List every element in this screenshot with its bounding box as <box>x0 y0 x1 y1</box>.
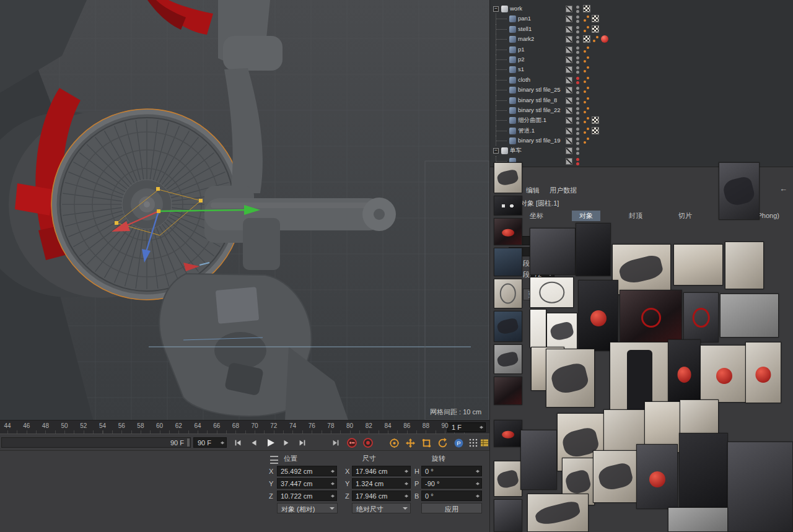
reference-image[interactable] <box>683 292 719 342</box>
photo-accent <box>549 321 574 342</box>
reference-image[interactable] <box>673 244 723 286</box>
reference-image[interactable] <box>546 349 595 408</box>
photo-accent <box>499 201 518 211</box>
photo-accent <box>597 461 634 492</box>
photo-accent <box>496 169 519 187</box>
reference-image[interactable] <box>494 279 522 308</box>
reference-image[interactable] <box>494 196 522 216</box>
photo-accent <box>502 430 514 438</box>
photo-accent <box>716 368 732 384</box>
photo-accent <box>500 283 516 303</box>
photo-accent <box>618 254 665 286</box>
reference-image[interactable] <box>719 162 760 220</box>
reference-image[interactable] <box>612 244 671 295</box>
reference-image[interactable] <box>494 377 522 405</box>
photo-accent <box>649 471 665 487</box>
reference-image[interactable] <box>494 248 522 276</box>
reference-image[interactable] <box>700 345 748 403</box>
reference-image[interactable] <box>494 499 522 532</box>
photo-accent <box>496 351 519 368</box>
photo-accent <box>564 469 592 495</box>
photo-accent <box>496 469 520 489</box>
app-window: 网格间距 : 10 cm 1 F 44464850525456586062646… <box>0 0 793 532</box>
reference-image[interactable] <box>636 444 678 509</box>
photo-accent <box>533 500 581 527</box>
reference-image[interactable] <box>546 313 577 349</box>
reference-image[interactable] <box>530 228 576 275</box>
reference-image[interactable] <box>520 430 557 490</box>
reference-image[interactable] <box>620 290 682 345</box>
reference-images-layer <box>0 0 793 532</box>
reference-image[interactable] <box>530 309 546 348</box>
reference-image[interactable] <box>494 218 522 245</box>
reference-image[interactable] <box>725 242 764 289</box>
reference-image[interactable] <box>494 162 522 193</box>
reference-image[interactable] <box>668 507 728 532</box>
photo-accent <box>677 367 691 383</box>
reference-image[interactable] <box>745 342 781 403</box>
photo-accent <box>755 367 771 383</box>
reference-image[interactable] <box>593 450 638 503</box>
reference-image[interactable] <box>494 311 522 342</box>
photo-accent <box>539 282 564 303</box>
reference-image[interactable] <box>578 280 618 351</box>
photo-accent <box>550 362 590 396</box>
reference-image[interactable] <box>576 223 611 276</box>
photo-accent <box>721 175 756 207</box>
reference-image[interactable] <box>680 399 719 436</box>
reference-image[interactable] <box>727 442 793 532</box>
photo-accent <box>692 308 710 328</box>
reference-image[interactable] <box>530 277 574 308</box>
reference-image[interactable] <box>668 339 701 404</box>
photo-accent <box>496 318 519 336</box>
photo-accent <box>502 229 514 237</box>
reference-image[interactable] <box>527 494 589 532</box>
reference-image[interactable] <box>494 420 522 447</box>
photo-accent <box>590 310 607 326</box>
reference-image[interactable] <box>720 294 779 338</box>
reference-image[interactable] <box>494 461 522 497</box>
reference-image[interactable] <box>494 344 522 374</box>
photo-accent <box>641 308 661 328</box>
